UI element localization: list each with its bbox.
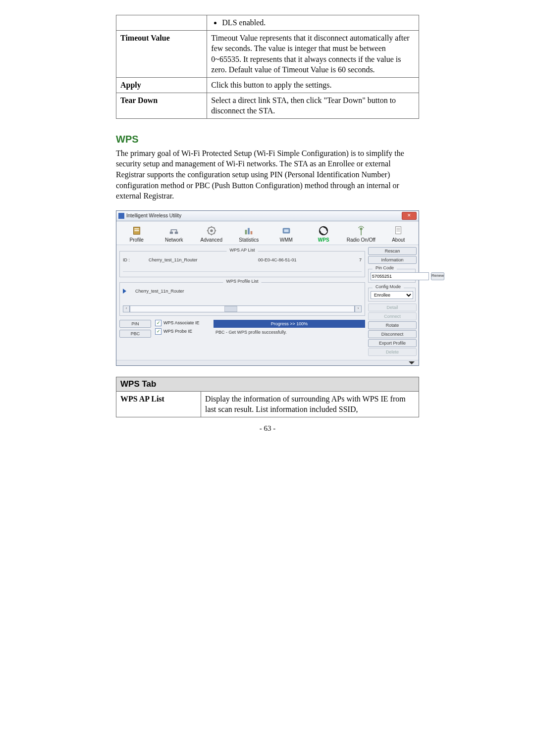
timeout-text: Timeout Value represents that it disconn…: [207, 30, 419, 77]
statistics-icon: [242, 225, 255, 236]
wps-probe-label: WPS Probe IE: [163, 329, 192, 334]
pin-button[interactable]: PIN: [119, 320, 151, 328]
rescan-button[interactable]: Rescan: [368, 247, 417, 255]
profile-name: Cherry_test_11n_Router: [135, 289, 184, 294]
detail-button[interactable]: Detail: [368, 303, 417, 311]
active-profile-arrow-icon: [123, 289, 126, 294]
wps-associate-label: WPS Associate IE: [163, 320, 200, 325]
tab-network-label: Network: [165, 237, 183, 243]
advanced-icon: [205, 225, 218, 236]
wps-probe-checkbox[interactable]: ✓: [155, 328, 161, 335]
tab-advanced[interactable]: Advanced: [193, 224, 230, 244]
dls-bullet: DLS enabled.: [222, 17, 415, 28]
status-text: PBC - Get WPS profile successfully.: [214, 330, 365, 335]
toolbar: Profile Network Advanced Statistics: [116, 221, 419, 245]
pincode-group: Pin Code Renew: [368, 269, 416, 283]
teardown-label: Tear Down: [116, 93, 207, 118]
ap-channel: 7: [352, 257, 362, 262]
scroll-thumb[interactable]: [224, 306, 237, 312]
tab-wmm-label: WMM: [280, 237, 293, 243]
ap-mac: 00-E0-4C-86-51-01: [258, 257, 346, 262]
about-icon: [392, 225, 405, 236]
svg-point-13: [360, 227, 363, 230]
wps-ap-list-group: WPS AP List ID : Cherry_test_11n_Router …: [119, 251, 365, 277]
renew-button[interactable]: Renew: [431, 272, 444, 280]
connect-button[interactable]: Connect: [368, 312, 417, 320]
window-title: Intelligent Wireless Utility: [126, 213, 181, 218]
svg-rect-7: [245, 230, 247, 234]
svg-rect-17: [397, 231, 400, 231]
expand-bar[interactable]: [116, 360, 419, 365]
wps-profile-list-group: WPS Profile List Cherry_test_11n_Router …: [119, 282, 365, 316]
teardown-text: Select a direct link STA, then click "Te…: [207, 93, 419, 118]
tab-profile-label: Profile: [130, 237, 144, 243]
tab-wps[interactable]: WPS: [306, 224, 342, 244]
export-profile-button[interactable]: Export Profile: [368, 339, 417, 347]
profile-icon: [130, 225, 143, 236]
timeout-label: Timeout Value: [116, 30, 207, 77]
apply-text: Click this button to apply the settings.: [207, 77, 419, 93]
dls-cell: DLS enabled.: [207, 15, 419, 31]
tab-about[interactable]: About: [380, 224, 417, 244]
close-button[interactable]: ✕: [402, 212, 417, 220]
wps-tab-table: WPS Tab WPS AP List Display the informat…: [116, 377, 419, 417]
tab-profile[interactable]: Profile: [118, 224, 155, 244]
svg-rect-14: [396, 226, 401, 234]
progress-bar: Progress >> 100%: [214, 320, 365, 328]
wps-aplist-label: WPS AP List: [116, 391, 201, 417]
ap-row[interactable]: ID : Cherry_test_11n_Router 00-E0-4C-86-…: [123, 256, 362, 263]
tab-radio-label: Radio On/Off: [347, 237, 375, 243]
svg-rect-16: [397, 229, 400, 230]
configmode-select[interactable]: Enrollee: [371, 291, 413, 299]
wps-paragraph: The primary goal of Wi-Fi Protected Setu…: [116, 148, 419, 202]
wps-associate-checkbox[interactable]: ✓: [155, 320, 161, 326]
tab-advanced-label: Advanced: [201, 237, 222, 243]
tab-radio[interactable]: Radio On/Off: [343, 224, 379, 244]
svg-point-6: [210, 229, 213, 232]
progress-label: Progress >> 100%: [271, 321, 308, 326]
wireless-utility-window: Intelligent Wireless Utility ✕ Profile N…: [116, 210, 419, 366]
tab-statistics-label: Statistics: [239, 237, 259, 243]
network-icon: [167, 225, 180, 236]
titlebar: Intelligent Wireless Utility ✕: [116, 211, 419, 221]
tab-about-label: About: [392, 237, 405, 243]
svg-rect-4: [175, 232, 178, 234]
apply-label: Apply: [116, 77, 207, 93]
tab-statistics[interactable]: Statistics: [231, 224, 268, 244]
pincode-input[interactable]: [371, 272, 429, 280]
tab-wps-label: WPS: [318, 237, 329, 243]
svg-rect-1: [134, 228, 139, 229]
tab-network[interactable]: Network: [156, 224, 193, 244]
svg-rect-9: [251, 231, 253, 234]
timeout-table: DLS enabled. Timeout Value Timeout Value…: [116, 15, 419, 119]
wps-ap-list-title: WPS AP List: [227, 248, 258, 252]
wmm-icon: [280, 225, 293, 236]
pbc-button[interactable]: PBC: [119, 330, 151, 338]
ap-id-label: ID :: [123, 257, 143, 262]
empty-label-cell: [116, 15, 207, 31]
configmode-title: Config Mode: [373, 284, 404, 289]
profile-row[interactable]: Cherry_test_11n_Router: [123, 288, 362, 295]
wps-icon: [317, 225, 330, 236]
chevron-down-icon: [409, 361, 415, 364]
disconnect-button[interactable]: Disconnect: [368, 330, 417, 338]
scroll-right-button[interactable]: ›: [355, 305, 362, 312]
tab-wmm[interactable]: WMM: [268, 224, 305, 244]
ap-ssid: Cherry_test_11n_Router: [149, 257, 252, 262]
delete-button[interactable]: Delete: [368, 348, 417, 356]
scroll-left-button[interactable]: ‹: [123, 305, 130, 312]
page-number: - 63 -: [116, 424, 419, 433]
wps-tab-header: WPS Tab: [116, 377, 419, 391]
svg-rect-3: [170, 232, 173, 234]
wps-heading: WPS: [116, 134, 419, 145]
horizontal-scrollbar[interactable]: ‹ ›: [123, 305, 362, 312]
radio-icon: [355, 225, 368, 236]
svg-rect-15: [397, 228, 400, 228]
scroll-track[interactable]: [130, 305, 355, 312]
wps-profile-list-title: WPS Profile List: [223, 279, 261, 284]
configmode-group: Config Mode Enrollee: [368, 288, 416, 302]
wps-aplist-text: Display the information of surrounding A…: [201, 391, 419, 417]
rotate-button[interactable]: Rotate: [368, 321, 417, 329]
app-icon: [118, 213, 124, 219]
information-button[interactable]: Information: [368, 256, 417, 264]
